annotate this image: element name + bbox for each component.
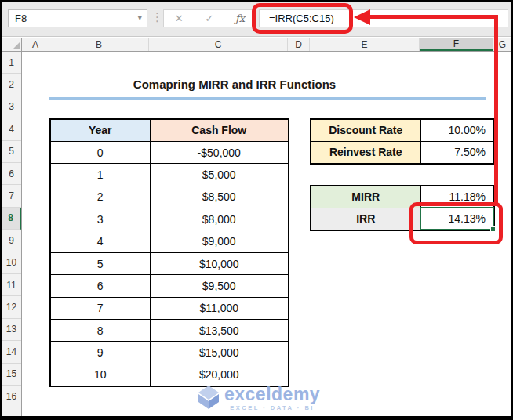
column-header-F-selected[interactable]: F [420, 38, 493, 51]
insert-function-icon[interactable]: ƒx [235, 13, 245, 24]
row-header-5[interactable]: 5 [2, 141, 21, 163]
cashflow-cell[interactable]: $13,500 [150, 320, 289, 342]
table-row: 8$13,500 [50, 320, 289, 342]
table-row: Discount Rate 10.00% [311, 119, 494, 141]
cashflow-cell[interactable]: $5,000 [150, 164, 289, 186]
formula-text: =IRR(C5:C15) [269, 13, 334, 24]
table-row: 0-$50,000 [50, 141, 289, 163]
column-header-C[interactable]: C [149, 38, 288, 51]
row-header-7[interactable]: 7 [2, 185, 21, 207]
cashflow-cell[interactable]: $11,000 [150, 297, 289, 319]
column-header-A[interactable]: A [22, 38, 49, 51]
row-header-1[interactable]: 1 [2, 52, 21, 74]
cashflow-cell[interactable]: $10,000 [150, 252, 289, 274]
cashflow-cell[interactable]: $8,500 [150, 186, 289, 208]
title-underline [49, 97, 486, 100]
row-header-14[interactable]: 14 [2, 341, 21, 363]
row-header-8-selected[interactable]: 8 [2, 208, 21, 230]
irr-label-cell[interactable]: IRR [311, 208, 420, 230]
year-cell[interactable]: 7 [50, 297, 150, 319]
column-header-G[interactable]: G [493, 38, 511, 51]
results-table: MIRR 11.18% IRR 14.13% [310, 185, 495, 231]
table-row: Year Cash Flow [50, 119, 289, 141]
year-cell[interactable]: 9 [50, 342, 150, 364]
formula-bar-separator: ⋮ [151, 10, 163, 24]
table-row: 7$11,000 [50, 297, 289, 319]
cashflow-header-cell[interactable]: Cash Flow [150, 119, 289, 141]
table-row: 2$8,500 [50, 186, 289, 208]
cashflow-table: Year Cash Flow 0-$50,000 1$5,000 2$8,500… [49, 118, 289, 387]
watermark-tagline: EXCEL · DATA · BI [230, 404, 315, 411]
cashflow-cell[interactable]: $9,500 [150, 275, 289, 297]
year-cell[interactable]: 0 [50, 141, 150, 163]
rates-table: Discount Rate 10.00% Reinvest Rate 7.50% [310, 118, 495, 165]
year-cell[interactable]: 8 [50, 320, 150, 342]
year-cell[interactable]: 2 [50, 186, 150, 208]
row-header-3[interactable]: 3 [2, 96, 21, 118]
name-box[interactable]: F8 ▾ [8, 9, 147, 27]
reinvest-rate-value-cell[interactable]: 7.50% [420, 141, 494, 163]
row-header-12[interactable]: 12 [2, 296, 21, 318]
formula-bar: F8 ▾ ⋮ ✕ ✓ ƒx =IRR(C5:C15) [2, 2, 511, 37]
enter-icon[interactable]: ✓ [205, 13, 213, 24]
column-header-E[interactable]: E [310, 38, 420, 51]
table-row: MIRR 11.18% [311, 186, 494, 208]
column-header-D[interactable]: D [288, 38, 310, 51]
table-row: 1$5,000 [50, 164, 289, 186]
name-box-dropdown-icon[interactable]: ▾ [137, 13, 142, 23]
row-header-strip: 1 2 3 4 5 6 7 8 9 10 11 12 13 14 15 16 [2, 52, 22, 416]
year-cell[interactable]: 4 [50, 230, 150, 252]
mirr-value-cell[interactable]: 11.18% [420, 186, 494, 208]
table-row: 10$20,000 [50, 364, 289, 386]
table-row: IRR 14.13% [311, 208, 494, 230]
formula-input[interactable]: =IRR(C5:C15) [259, 9, 508, 27]
year-cell[interactable]: 10 [50, 364, 150, 386]
discount-rate-label-cell[interactable]: Discount Rate [311, 119, 420, 141]
worksheet-area: Comapring MIRR and IRR Functions Year Ca… [22, 52, 511, 416]
column-header-B[interactable]: B [49, 38, 149, 51]
cashflow-cell[interactable]: $9,000 [150, 230, 289, 252]
sheet-title: Comapring MIRR and IRR Functions [49, 73, 420, 96]
row-header-9[interactable]: 9 [2, 230, 21, 252]
table-row: 6$9,500 [50, 275, 289, 297]
screenshot-frame: F8 ▾ ⋮ ✕ ✓ ƒx =IRR(C5:C15) A B C D E F G [0, 0, 513, 420]
watermark-name: exceldemy [224, 385, 320, 404]
row-header-10[interactable]: 10 [2, 252, 21, 274]
year-cell[interactable]: 1 [50, 164, 150, 186]
row-header-4[interactable]: 4 [2, 118, 21, 140]
table-row: 3$8,000 [50, 208, 289, 230]
cashflow-cell[interactable]: $8,000 [150, 208, 289, 230]
year-header-cell[interactable]: Year [50, 119, 150, 141]
row-header-6[interactable]: 6 [2, 163, 21, 185]
exceldemy-logo-icon [196, 385, 221, 410]
cashflow-cell[interactable]: $20,000 [150, 364, 289, 386]
row-header-2[interactable]: 2 [2, 74, 21, 96]
row-header-16[interactable]: 16 [2, 386, 21, 407]
cashflow-cell[interactable]: $15,000 [150, 342, 289, 364]
exceldemy-watermark: exceldemy EXCEL · DATA · BI [196, 385, 320, 411]
mirr-label-cell[interactable]: MIRR [311, 186, 420, 208]
cancel-icon[interactable]: ✕ [175, 13, 184, 24]
irr-value-cell-F8[interactable]: 14.13% [420, 208, 494, 230]
excel-window: F8 ▾ ⋮ ✕ ✓ ƒx =IRR(C5:C15) A B C D E F G [2, 2, 511, 416]
column-header-strip: A B C D E F G [2, 38, 511, 52]
row-header-13[interactable]: 13 [2, 319, 21, 341]
year-cell[interactable]: 3 [50, 208, 150, 230]
select-all-corner[interactable] [2, 38, 22, 51]
cashflow-cell[interactable]: -$50,000 [150, 141, 289, 163]
select-all-triangle-icon [13, 42, 20, 49]
year-cell[interactable]: 5 [50, 252, 150, 274]
table-row: Reinvest Rate 7.50% [311, 141, 494, 163]
row-header-15[interactable]: 15 [2, 364, 21, 386]
table-row: 5$10,000 [50, 252, 289, 274]
year-cell[interactable]: 6 [50, 275, 150, 297]
table-row: 4$9,000 [50, 230, 289, 252]
discount-rate-value-cell[interactable]: 10.00% [420, 119, 494, 141]
row-header-11[interactable]: 11 [2, 274, 21, 296]
reinvest-rate-label-cell[interactable]: Reinvest Rate [311, 141, 420, 163]
formula-buttons: ✕ ✓ ƒx [163, 9, 256, 27]
name-box-value: F8 [15, 13, 27, 24]
table-row: 9$15,000 [50, 342, 289, 364]
